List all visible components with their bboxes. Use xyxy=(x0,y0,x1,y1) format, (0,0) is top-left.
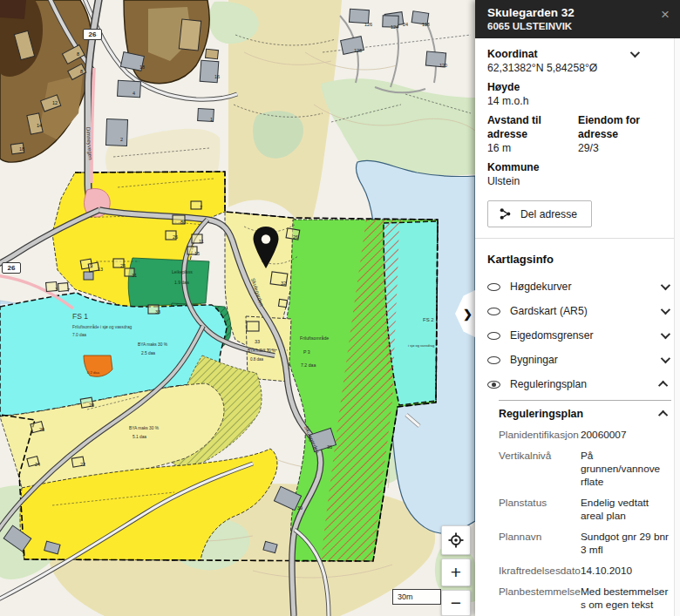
map-label: 128 xyxy=(354,48,362,53)
hoyde-value: 14 m.o.h xyxy=(487,94,671,108)
map-label: P 3 xyxy=(303,349,310,355)
chevron-down-icon[interactable] xyxy=(656,283,671,290)
eye-icon[interactable] xyxy=(487,381,510,389)
map-canvas[interactable]: FS 1Friluftsområde i sjø og vassdrag7.0 … xyxy=(0,0,475,616)
chevron-right-icon: ❯ xyxy=(463,308,473,321)
map-label: 80 xyxy=(180,220,186,225)
chevron-down-icon[interactable] xyxy=(656,308,671,315)
map-label: 39 xyxy=(297,505,303,511)
map-label: 33 xyxy=(255,339,260,344)
chevron-down-icon[interactable] xyxy=(656,356,671,363)
map-label: 18 xyxy=(19,146,24,152)
map-svg: FS 1Friluftsområde i sjø og vassdrag7.0 … xyxy=(0,0,475,616)
layer-row-hogdekurver[interactable]: Høgdekurver xyxy=(487,274,671,299)
close-icon[interactable]: × xyxy=(661,7,670,22)
avstand-value: 16 m xyxy=(487,141,578,155)
map-label: 126 xyxy=(364,22,372,27)
zoom-out-button[interactable]: − xyxy=(441,590,471,616)
detail-row: Planidentifikasjon 20060007 xyxy=(499,429,671,442)
layer-visibility-icon[interactable] xyxy=(487,356,510,364)
map-label: BYA maks 30 % xyxy=(129,426,160,430)
koordinat-chevron-down-icon[interactable] xyxy=(630,48,640,58)
map-label: 118 xyxy=(422,22,430,27)
share-button-label: Del adresse xyxy=(520,208,577,220)
layer-visibility-icon[interactable] xyxy=(487,283,510,291)
kommune-label: Kommune xyxy=(487,160,671,174)
map-label: 3 xyxy=(55,287,58,292)
detail-heading: Reguleringsplan xyxy=(499,408,656,420)
map-label: 0.8 daa xyxy=(250,357,264,362)
map-label: Friluftsområde xyxy=(300,335,329,341)
map-label: 22 xyxy=(80,462,85,467)
koordinat-value: 62,31382°N 5,84258°Ø xyxy=(487,61,597,75)
section-divider xyxy=(475,238,680,239)
map-label: 26 xyxy=(293,234,298,240)
share-address-button[interactable]: Del adresse xyxy=(487,200,592,227)
map-label: 20 xyxy=(89,403,94,408)
reguleringsplan-detail: Reguleringsplan Planidentifikasjon 20060… xyxy=(499,400,671,616)
map-label: 12 xyxy=(52,100,58,105)
locate-icon xyxy=(448,532,464,548)
map-label: 9 xyxy=(90,263,92,268)
map-label: 25 xyxy=(120,263,126,268)
map-label: 8 xyxy=(80,69,83,74)
map-label: 8 xyxy=(77,51,79,57)
panel-body: Koordinat 62,31382°N 5,84258°Ø Høyde 14 … xyxy=(475,38,680,616)
chevron-down-icon[interactable] xyxy=(656,332,671,339)
hoyde-group: Høyde 14 m.o.h xyxy=(487,80,671,108)
detail-header[interactable]: Reguleringsplan xyxy=(499,408,671,420)
map-label: 7 xyxy=(67,288,70,293)
map-label: 7 xyxy=(200,205,202,210)
share-icon xyxy=(499,207,512,220)
layer-row-gardskart[interactable]: Gardskart (AR5) xyxy=(487,299,671,323)
layer-visibility-icon[interactable] xyxy=(487,332,510,340)
detail-row: Planbestemmelse Med bestemmelser s om eg… xyxy=(499,586,671,612)
panel-header: Skulegarden 32 6065 ULSTEINVIK × xyxy=(475,0,680,38)
kommune-group: Kommune Ulstein xyxy=(487,160,671,188)
avstand-label: Avstand til adresse xyxy=(487,113,578,141)
map-label: 7.0 daa xyxy=(72,333,86,337)
layer-row-reguleringsplan[interactable]: Reguleringsplan xyxy=(487,372,671,396)
panel-scrollbar[interactable] xyxy=(674,38,680,616)
detail-row: Plannavn Sundgot gnr 29 bnr 3 mfl xyxy=(499,531,671,557)
layer-row-eigedomsgrenser[interactable]: Eigedomsgrenser xyxy=(487,323,671,348)
layer-row-bygningar[interactable]: Bygningar xyxy=(487,348,671,372)
map-application: FS 1Friluftsområde i sjø og vassdrag7.0 … xyxy=(0,0,680,616)
scale-bar: 30m xyxy=(392,589,441,605)
map-label: 14 xyxy=(37,123,42,128)
map-label: BYA maks 30 % xyxy=(138,342,168,347)
route-badge-26-west: 26 xyxy=(2,262,21,274)
map-label: FS 1 xyxy=(72,312,88,321)
chevron-up-icon[interactable] xyxy=(656,381,671,388)
map-label: 24 xyxy=(403,22,408,27)
map-label: BYA maks 30 % xyxy=(248,349,275,353)
eiendom-value: 29/3 xyxy=(578,141,671,155)
map-label: 2 xyxy=(120,137,123,142)
route-badge-26: 26 xyxy=(83,29,102,40)
layer-visibility-icon[interactable] xyxy=(487,308,510,315)
koordinat-label: Koordinat xyxy=(487,47,597,61)
map-label: 124 xyxy=(391,24,398,30)
detail-row: Ikraftredelsesdato 14.10.2010 xyxy=(499,565,671,578)
map-label: Friluftsområde i sjø og vassdrag xyxy=(72,324,133,329)
map-label: 36 xyxy=(327,444,332,450)
map-label: Leikeplass xyxy=(172,269,193,274)
detail-row: Planstatus Endelig vedtatt areal plan xyxy=(499,497,671,523)
zoom-in-button[interactable]: + xyxy=(441,558,471,586)
detail-row: Vertikalnivå På grunnen/vannove rflate xyxy=(499,450,671,489)
koordinat-group: Koordinat 62,31382°N 5,84258°Ø xyxy=(487,47,671,75)
kartlagsinfo-heading: Kartlagsinfo xyxy=(487,253,671,266)
address-title: Skulegarden 32 xyxy=(487,6,668,20)
map-label: 2.5 daa xyxy=(141,351,155,355)
map-label: 5.1 daa xyxy=(133,435,146,439)
chevron-up-icon[interactable] xyxy=(656,410,671,417)
map-label: 1.9 daa xyxy=(174,280,189,285)
kommune-value: Ulstein xyxy=(487,174,671,188)
info-panel: Skulegarden 32 6065 ULSTEINVIK × Koordin… xyxy=(475,0,680,616)
map-label: 18 xyxy=(139,64,145,70)
locate-button[interactable] xyxy=(441,525,471,555)
distance-property-row: Avstand til adresse 16 m Eiendom for adr… xyxy=(487,113,671,155)
map-label: i sjø og vassdrag xyxy=(408,343,434,348)
hoyde-label: Høyde xyxy=(487,80,671,94)
map-label: 7.2 daa xyxy=(301,362,316,368)
